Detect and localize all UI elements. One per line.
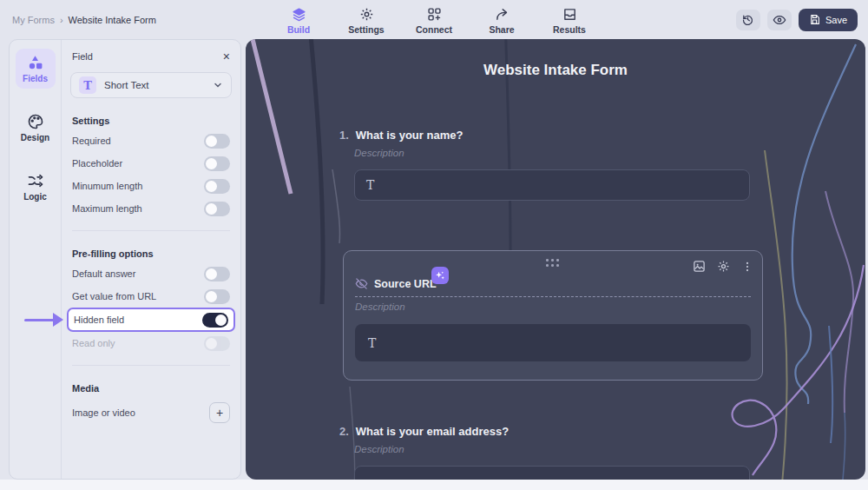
question-1-description[interactable]: Description: [354, 148, 761, 158]
minimum-length-label: Minumum length: [72, 181, 142, 191]
text-cursor-glyph: T: [368, 336, 376, 350]
required-toggle[interactable]: [204, 134, 230, 149]
sidebar-item-fields[interactable]: Fields: [16, 49, 56, 89]
preview-button[interactable]: [767, 10, 792, 30]
maximum-length-label: Maximum length: [72, 203, 142, 214]
question-1[interactable]: 1. What is your name? Description T: [339, 129, 761, 201]
shuffle-icon: [27, 172, 44, 189]
gear-icon[interactable]: [717, 260, 730, 273]
tab-build[interactable]: Build: [276, 6, 321, 35]
share-arrow-icon: [494, 6, 510, 22]
sidebar-item-logic[interactable]: Logic: [16, 167, 56, 207]
eye-off-icon: [355, 277, 368, 290]
field-answer-input[interactable]: T: [355, 324, 751, 361]
hidden-field-toggle[interactable]: [202, 313, 228, 328]
image-or-video-row: Image or video +: [70, 402, 232, 423]
image-or-video-label: Image or video: [72, 407, 135, 418]
layers-icon: [291, 6, 306, 22]
tab-connect-label: Connect: [416, 24, 452, 35]
question-1-answer-input[interactable]: T: [354, 169, 750, 201]
selected-field-card[interactable]: Source URL Description T: [343, 250, 763, 381]
placeholder-toggle[interactable]: [204, 156, 230, 171]
question-2-text[interactable]: What is your email address?: [356, 425, 509, 438]
field-description[interactable]: Description: [355, 301, 405, 312]
panel-divider: [72, 230, 230, 231]
drag-handle-icon[interactable]: [546, 259, 560, 268]
gear-icon: [358, 6, 374, 22]
read-only-row: Read only: [70, 332, 232, 354]
topbar-actions: Save: [736, 9, 868, 31]
field-type-value: Short Text: [104, 80, 205, 90]
question-1-text[interactable]: What is your name?: [356, 129, 464, 142]
breadcrumb: My Forms › Website Intake Form: [0, 15, 156, 25]
breadcrumb-my-forms[interactable]: My Forms: [12, 15, 55, 25]
history-restore-button[interactable]: [736, 10, 760, 30]
tab-connect[interactable]: Connect: [411, 6, 457, 35]
minimum-length-toggle[interactable]: [204, 179, 230, 194]
main-area: Fields Design Logic Field × T: [0, 39, 868, 480]
main-tabs: Build Settings Connect Share Results: [276, 0, 592, 39]
page-bottom-strip: [0, 480, 868, 490]
required-label: Required: [72, 136, 111, 146]
media-heading: Media: [72, 383, 230, 394]
pointer-arrow-head: [53, 313, 63, 327]
question-2-number: 2.: [339, 425, 349, 438]
tab-settings-label: Settings: [348, 24, 384, 35]
sidebar-item-design[interactable]: Design: [16, 108, 56, 148]
form-canvas: Website Intake Form 1. What is your name…: [246, 39, 865, 480]
get-value-from-url-row: Get value from URL: [70, 285, 232, 308]
minimum-length-row: Minumum length: [70, 175, 232, 197]
question-2[interactable]: 2. What is your email address? Descripti…: [339, 425, 761, 480]
save-button[interactable]: Save: [799, 9, 858, 31]
image-icon[interactable]: [693, 260, 706, 273]
field-label-row[interactable]: Source URL: [355, 277, 751, 297]
tab-settings[interactable]: Settings: [344, 6, 389, 35]
left-panel-card: Fields Design Logic Field × T: [9, 39, 241, 480]
ai-sparkle-button[interactable]: [431, 267, 449, 284]
default-answer-label: Default answer: [72, 268, 135, 279]
save-button-label: Save: [825, 15, 847, 25]
sidebar-item-design-label: Design: [21, 133, 49, 142]
question-2-description[interactable]: Description: [354, 444, 761, 454]
hidden-field-label: Hidden field: [74, 315, 124, 325]
pointer-arrow-shaft: [24, 319, 55, 321]
field-settings-panel: Field × T Short Text Settings Required P…: [62, 40, 240, 479]
hidden-field-row: Hidden field: [67, 308, 235, 332]
eye-icon: [773, 13, 786, 27]
maximum-length-row: Maximum length: [70, 197, 232, 220]
shapes-icon: [27, 54, 44, 71]
add-media-button[interactable]: +: [209, 402, 230, 423]
placeholder-row: Placeholder: [70, 152, 232, 175]
settings-heading: Settings: [72, 116, 230, 126]
inbox-icon: [562, 6, 577, 22]
panel-title: Field: [72, 51, 93, 62]
question-2-answer-input[interactable]: [354, 466, 750, 480]
sidebar-item-fields-label: Fields: [23, 74, 48, 83]
field-label-text[interactable]: Source URL: [374, 278, 437, 290]
tab-build-label: Build: [287, 24, 310, 35]
get-value-from-url-toggle[interactable]: [204, 289, 230, 304]
default-answer-row: Default answer: [70, 262, 232, 285]
tab-share[interactable]: Share: [479, 6, 524, 35]
maximum-length-toggle[interactable]: [204, 202, 230, 216]
history-restore-icon: [741, 13, 754, 26]
placeholder-label: Placeholder: [72, 158, 122, 169]
kebab-menu-icon[interactable]: [741, 261, 753, 273]
grid-plus-icon: [426, 6, 442, 22]
form-title[interactable]: Website Intake Form: [246, 62, 865, 79]
sidebar-rail: Fields Design Logic: [10, 40, 62, 479]
floppy-disk-icon: [809, 14, 820, 25]
prefill-heading: Pre-filling options: [72, 248, 230, 259]
pointer-arrow: [24, 313, 64, 327]
tab-results-label: Results: [553, 24, 586, 35]
breadcrumb-separator: ›: [60, 15, 63, 25]
field-type-select[interactable]: T Short Text: [70, 72, 232, 98]
short-text-type-icon: T: [79, 76, 96, 94]
tab-share-label: Share: [489, 24, 514, 35]
panel-divider: [72, 365, 230, 366]
close-icon[interactable]: ×: [223, 50, 230, 63]
default-answer-toggle[interactable]: [204, 267, 230, 281]
chevron-down-icon: [213, 80, 223, 90]
sidebar-item-logic-label: Logic: [23, 192, 47, 202]
tab-results[interactable]: Results: [547, 6, 592, 35]
